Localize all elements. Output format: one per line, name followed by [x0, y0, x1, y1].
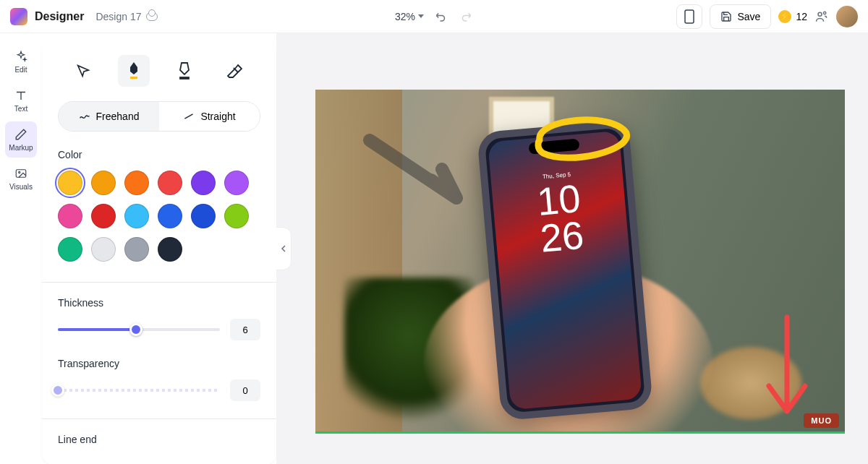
top-bar: Designer Design 17 32% Save ⚡ 12: [0, 0, 868, 33]
color-section-label: Color: [58, 149, 260, 160]
bolt-icon: ⚡: [778, 10, 791, 23]
marker-tool[interactable]: [118, 55, 150, 87]
credits-display[interactable]: ⚡ 12: [778, 10, 807, 23]
save-label: Save: [738, 11, 761, 22]
thickness-slider[interactable]: [58, 328, 220, 331]
sidebar-label: Text: [14, 105, 27, 113]
collapse-panel-button[interactable]: [276, 227, 292, 270]
pen-icon: [14, 127, 28, 142]
color-swatch[interactable]: [124, 171, 149, 195]
cursor-tool[interactable]: [67, 55, 99, 87]
cloud-sync-icon: [146, 12, 158, 21]
sidebar-item-edit[interactable]: Edit: [5, 43, 37, 80]
color-swatch[interactable]: [224, 204, 249, 228]
markup-panel: Freehand Straight Color Thickness 6 Tran…: [42, 40, 276, 464]
color-swatch[interactable]: [158, 204, 182, 228]
sidebar-item-visuals[interactable]: Visuals: [5, 160, 37, 197]
color-swatch[interactable]: [91, 171, 116, 195]
svg-rect-0: [685, 10, 694, 23]
undo-button[interactable]: [434, 9, 448, 24]
color-swatch[interactable]: [191, 171, 216, 195]
divider: [42, 418, 276, 419]
transparency-slider[interactable]: [58, 389, 220, 392]
chevron-left-icon: [281, 244, 286, 253]
color-swatch-grid: [58, 171, 260, 262]
freehand-mode-button[interactable]: Freehand: [59, 102, 159, 131]
app-logo-icon: [10, 8, 27, 25]
sidebar-label: Edit: [14, 66, 27, 74]
redo-button[interactable]: [459, 9, 473, 24]
transparency-label: Transparency: [58, 358, 260, 369]
cursor-icon: [75, 63, 91, 79]
markup-red-arrow[interactable]: [758, 314, 816, 429]
mobile-preview-button[interactable]: [676, 4, 702, 29]
tool-row: [58, 55, 260, 87]
svg-rect-6: [180, 77, 189, 79]
markup-yellow-circle[interactable]: [525, 111, 634, 166]
color-swatch[interactable]: [91, 204, 116, 228]
canvas-image[interactable]: Thu, Sep 5 10 26 MUO: [315, 90, 845, 434]
sidebar-item-markup[interactable]: Markup: [5, 121, 37, 158]
straight-mode-button[interactable]: Straight: [159, 102, 260, 131]
line-icon: [183, 111, 195, 121]
freehand-icon: [79, 111, 90, 121]
color-swatch[interactable]: [158, 171, 182, 195]
line-end-label: Line end: [58, 434, 260, 445]
mode-label: Freehand: [96, 111, 140, 122]
svg-rect-5: [130, 77, 137, 79]
credits-count: 12: [796, 11, 807, 22]
thickness-control: 6: [58, 319, 260, 340]
user-avatar[interactable]: [836, 6, 858, 27]
color-swatch[interactable]: [91, 237, 116, 262]
sidebar-label: Visuals: [9, 183, 33, 191]
sidebar-label: Markup: [9, 144, 33, 152]
marker-icon: [125, 61, 142, 81]
svg-point-1: [818, 12, 822, 16]
main-area: Edit Text Markup Visuals: [0, 33, 868, 464]
sidebar-item-text[interactable]: Text: [5, 82, 37, 119]
draw-mode-toggle: Freehand Straight: [58, 101, 260, 132]
thickness-label: Thickness: [58, 297, 260, 309]
app-name: Designer: [35, 10, 84, 23]
color-swatch[interactable]: [58, 237, 82, 262]
canvas-area[interactable]: Thu, Sep 5 10 26 MUO: [276, 33, 868, 464]
svg-rect-3: [16, 170, 26, 178]
image-icon: [14, 166, 28, 181]
color-swatch[interactable]: [58, 171, 82, 195]
color-swatch[interactable]: [58, 204, 82, 228]
svg-point-2: [824, 12, 826, 14]
document-name[interactable]: Design 17: [95, 11, 157, 22]
color-swatch[interactable]: [124, 237, 149, 262]
highlighter-tool[interactable]: [169, 55, 200, 87]
center-controls: 32%: [395, 9, 473, 24]
sparkle-icon: [14, 49, 28, 64]
save-icon: [720, 11, 732, 22]
text-icon: [14, 88, 28, 103]
chevron-down-icon: [418, 14, 424, 18]
transparency-value: 0: [230, 379, 260, 401]
divider: [42, 282, 276, 283]
right-controls: Save ⚡ 12: [676, 4, 859, 29]
color-swatch[interactable]: [224, 171, 249, 195]
save-button[interactable]: Save: [710, 4, 772, 29]
eraser-icon: [226, 63, 244, 79]
color-swatch[interactable]: [191, 204, 216, 228]
zoom-dropdown[interactable]: 32%: [395, 11, 424, 22]
share-button[interactable]: [814, 9, 829, 24]
left-sidebar: Edit Text Markup Visuals: [0, 33, 42, 464]
phone-time: 10 26: [535, 180, 585, 257]
highlighter-icon: [176, 61, 193, 81]
thickness-value: 6: [230, 319, 260, 340]
zoom-value: 32%: [395, 11, 415, 22]
markup-gray-arrow[interactable]: [362, 126, 478, 220]
color-swatch[interactable]: [158, 237, 182, 262]
svg-point-4: [19, 171, 20, 173]
doc-title-text: Design 17: [95, 11, 141, 22]
eraser-tool[interactable]: [219, 55, 251, 87]
color-swatch[interactable]: [124, 204, 149, 228]
mode-label: Straight: [200, 111, 235, 122]
transparency-control: 0: [58, 379, 260, 401]
watermark-badge: MUO: [804, 413, 839, 428]
